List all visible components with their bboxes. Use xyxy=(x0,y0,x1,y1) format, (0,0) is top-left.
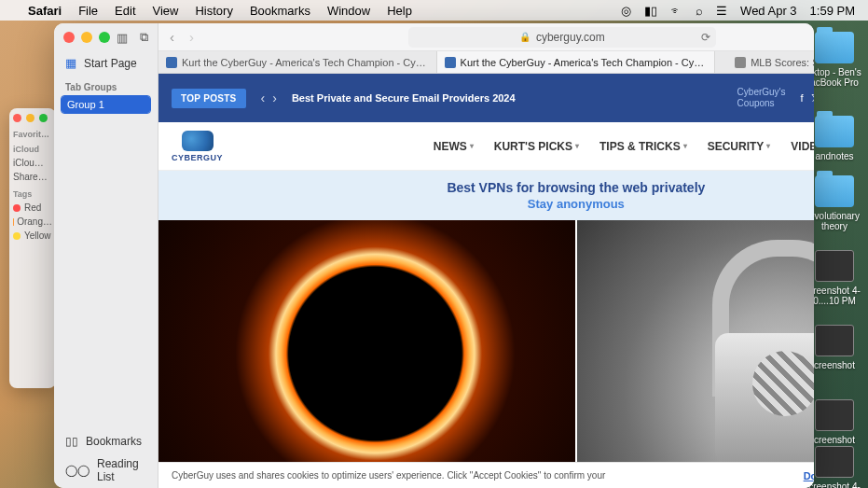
cookie-text: CyberGuy uses and shares cookies to opti… xyxy=(172,470,605,481)
folder-icon xyxy=(815,175,854,207)
chevron-down-icon: ▾ xyxy=(766,142,770,150)
sidebar-toggle-icon[interactable]: ▥ xyxy=(117,31,128,45)
desktop-icon-label: creenshot 4-0...5.46 PM xyxy=(806,481,862,488)
desktop-icon-label: sktop - Ben's acBook Pro xyxy=(806,67,862,88)
sidebar-bookmarks[interactable]: ▯▯ Bookmarks xyxy=(54,430,158,453)
finder-tag-red[interactable]: Red xyxy=(13,201,52,215)
macos-menubar: Safari File Edit View History Bookmarks … xyxy=(0,0,868,21)
desktop-icon-label: evolutionary theory xyxy=(806,211,862,231)
desktop-folder[interactable]: sktop - Ben's acBook Pro xyxy=(806,32,862,88)
finder-item-icloud[interactable]: iClou… xyxy=(13,156,52,170)
nav-picks[interactable]: KURT'S PICKS▾ xyxy=(494,140,579,153)
spotlight-icon[interactable]: ⌕ xyxy=(696,4,703,18)
window-minimize-icon[interactable] xyxy=(26,114,34,122)
menu-window[interactable]: Window xyxy=(327,4,370,18)
nav-tips[interactable]: TIPS & TRICKS▾ xyxy=(599,140,687,153)
menu-bookmarks[interactable]: Bookmarks xyxy=(250,4,310,18)
safari-main: ‹ › 🔒 cyberguy.com ⟳ ⇪ ＋ ⧉ Kurt the Cybe… xyxy=(158,23,814,488)
top-headline-link[interactable]: Best Private and Secure Email Providers … xyxy=(292,92,516,104)
desktop-folder[interactable]: evolutionary theory xyxy=(806,175,862,231)
promo-line2: Stay anonymous xyxy=(158,197,814,211)
menu-view[interactable]: View xyxy=(153,4,179,18)
sidebar-heading-tabgroups: Tab Groups xyxy=(54,78,158,94)
status-app-icon[interactable]: ◎ xyxy=(621,4,631,18)
promo-banner[interactable]: Best VPNs for browsing the web privately… xyxy=(158,171,814,220)
sidebar-start-page[interactable]: ▦ Start Page xyxy=(54,51,158,75)
book-icon: ▯▯ xyxy=(65,435,78,448)
url-text: cyberguy.com xyxy=(536,31,605,44)
forward-button[interactable]: › xyxy=(186,29,198,45)
new-tab-group-icon[interactable]: ⧉ xyxy=(140,30,148,45)
wifi-icon[interactable]: ᯤ xyxy=(670,4,682,18)
image-thumb-icon xyxy=(815,250,854,282)
page-content: TOP POSTS ‹ › Best Private and Secure Em… xyxy=(158,74,814,488)
desktop-folder[interactable]: andnotes xyxy=(806,116,862,161)
facebook-icon[interactable]: f xyxy=(801,92,804,105)
do-not-sell-link[interactable]: Do Not Sell My Personal Information xyxy=(804,470,814,481)
window-close-icon[interactable] xyxy=(63,32,75,43)
browser-tab[interactable]: Kurt the CyberGuy - America's Tech Champ… xyxy=(158,51,437,73)
favicon-icon xyxy=(166,57,177,68)
nav-security[interactable]: SECURITY▾ xyxy=(708,140,771,153)
safari-sidebar: ▥ ⧉ ▦ Start Page Tab Groups ▯▯ Bookmarks… xyxy=(54,23,158,488)
next-post-icon[interactable]: › xyxy=(272,91,277,105)
window-zoom-icon[interactable] xyxy=(99,32,110,43)
reload-icon[interactable]: ⟳ xyxy=(701,31,710,44)
sidebar-item-label: Reading List xyxy=(97,457,146,483)
folder-icon xyxy=(815,116,854,147)
window-close-icon[interactable] xyxy=(13,114,21,122)
menubar-time[interactable]: 1:59 PM xyxy=(810,4,855,18)
sidebar-item-label: Start Page xyxy=(84,57,137,70)
prev-post-icon[interactable]: ‹ xyxy=(261,91,266,105)
browser-tab-active[interactable]: Kurt the CyberGuy - America's Tech Champ… xyxy=(437,51,716,73)
back-button[interactable]: ‹ xyxy=(166,29,178,45)
hero-grid xyxy=(158,220,814,463)
finder-heading-icloud: iCloud xyxy=(13,145,52,154)
desktop-screenshot[interactable]: creenshot xyxy=(806,399,862,445)
image-thumb-icon xyxy=(815,446,854,478)
sidebar-tabgroup-row[interactable] xyxy=(54,94,158,115)
desktop-screenshot[interactable]: creenshot xyxy=(806,325,862,370)
glasses-icon: ◯◯ xyxy=(65,464,90,477)
coupons-link[interactable]: CyberGuy's Coupons xyxy=(737,87,786,109)
image-thumb-icon xyxy=(815,325,854,356)
site-navbar: CYBERGUY NEWS▾ KURT'S PICKS▾ TIPS & TRIC… xyxy=(158,122,814,171)
address-bar[interactable]: 🔒 cyberguy.com ⟳ xyxy=(408,27,716,48)
finder-tag-yellow[interactable]: Yellow xyxy=(13,229,52,243)
article-tile-security[interactable] xyxy=(577,220,814,463)
sidebar-item-label: Bookmarks xyxy=(86,435,142,448)
control-center-icon[interactable]: ☰ xyxy=(716,4,727,18)
app-menu[interactable]: Safari xyxy=(28,4,62,18)
desktop-screenshot[interactable]: creenshot 4-0...5.46 PM xyxy=(806,446,862,488)
tabgroup-name-input[interactable] xyxy=(62,96,150,113)
sidebar-reading-list[interactable]: ◯◯ Reading List xyxy=(54,453,158,488)
finder-item-shared[interactable]: Share… xyxy=(13,170,52,184)
nav-videos[interactable]: VIDEOS xyxy=(791,140,814,153)
window-minimize-icon[interactable] xyxy=(81,32,92,43)
promo-line1: Best VPNs for browsing the web privately xyxy=(158,180,814,195)
finder-heading-favorites: Favorit… xyxy=(13,130,52,139)
chevron-down-icon: ▾ xyxy=(683,142,687,150)
grid-icon: ▦ xyxy=(65,56,76,70)
menu-edit[interactable]: Edit xyxy=(115,4,135,18)
site-logo[interactable]: CYBERGUY xyxy=(172,131,223,162)
menubar-date[interactable]: Wed Apr 3 xyxy=(740,4,796,18)
battery-icon[interactable]: ▮▯ xyxy=(644,4,657,18)
top-posts-badge[interactable]: TOP POSTS xyxy=(172,89,246,108)
finder-tag-orange[interactable]: Orang… xyxy=(13,215,52,229)
window-zoom-icon[interactable] xyxy=(39,114,48,122)
chevron-down-icon: ▾ xyxy=(575,142,579,150)
globe-icon xyxy=(752,351,814,416)
x-icon[interactable]: 𝕏 xyxy=(811,92,814,105)
menu-file[interactable]: File xyxy=(78,4,98,18)
article-tile-eclipse[interactable] xyxy=(158,220,575,463)
menu-help[interactable]: Help xyxy=(387,4,412,18)
menu-history[interactable]: History xyxy=(195,4,232,18)
logo-text: CYBERGUY xyxy=(172,153,223,162)
safari-window: ▥ ⧉ ▦ Start Page Tab Groups ▯▯ Bookmarks… xyxy=(54,23,814,488)
site-topbar: TOP POSTS ‹ › Best Private and Secure Em… xyxy=(158,74,814,122)
browser-tab[interactable]: MLB Scores: Scoreboard, Results and High… xyxy=(715,51,814,73)
nav-news[interactable]: NEWS▾ xyxy=(434,140,474,153)
desktop-screenshot[interactable]: creenshot 4-0....10 PM xyxy=(806,250,862,306)
safari-tabbar: Kurt the CyberGuy - America's Tech Champ… xyxy=(158,51,814,74)
